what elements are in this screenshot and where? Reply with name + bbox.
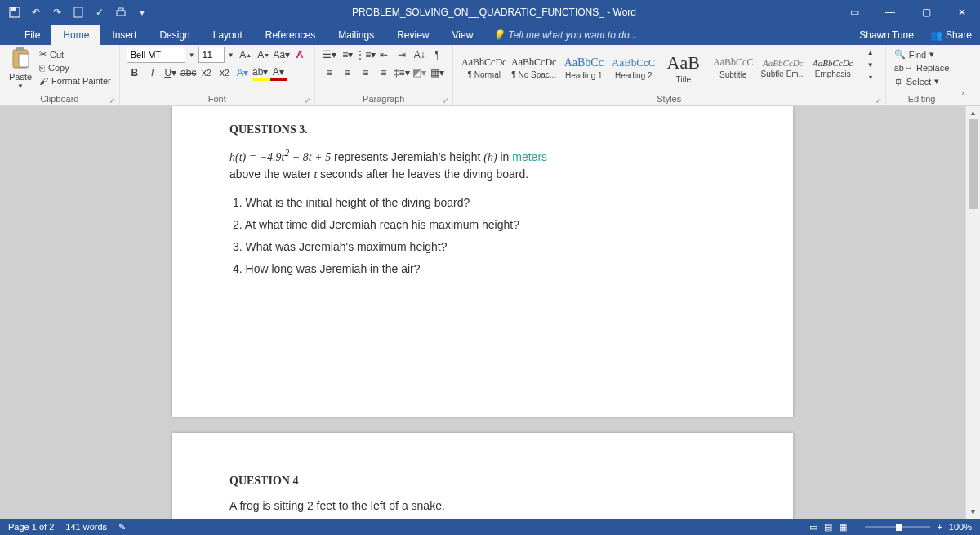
- align-center-icon[interactable]: ≡: [340, 65, 356, 81]
- align-left-icon[interactable]: ≡: [322, 65, 338, 81]
- copy-button[interactable]: ⎘Copy: [38, 62, 113, 74]
- zoom-out-icon[interactable]: –: [853, 522, 858, 532]
- replace-button[interactable]: ab↔Replace: [893, 62, 951, 74]
- align-right-icon[interactable]: ≡: [358, 65, 374, 81]
- styles-row-up-icon[interactable]: ▲: [862, 47, 879, 58]
- new-doc-icon[interactable]: [69, 2, 88, 22]
- minimize-icon[interactable]: —: [872, 0, 908, 25]
- save-icon[interactable]: [5, 2, 24, 22]
- close-icon[interactable]: ✕: [944, 0, 980, 25]
- group-editing: 🔍Find ▾ ab↔Replace ⯐Select ▾ Editing: [886, 45, 958, 105]
- font-color-icon[interactable]: A▾: [270, 65, 287, 81]
- show-marks-icon[interactable]: ¶: [430, 47, 446, 63]
- style---normal[interactable]: AaBbCcDc¶ Normal: [460, 47, 509, 89]
- page-1[interactable]: QUESTIONS 3. h(t) = −4.9t2 + 8t + 5 repr…: [172, 106, 793, 417]
- scroll-down-icon[interactable]: ▼: [966, 506, 980, 519]
- document-area[interactable]: QUESTIONS 3. h(t) = −4.9t2 + 8t + 5 repr…: [0, 106, 965, 519]
- font-group-label: Font: [208, 94, 226, 104]
- web-layout-icon[interactable]: ▦: [839, 522, 847, 533]
- paste-dropdown-icon[interactable]: ▼: [17, 82, 24, 90]
- increase-indent-icon[interactable]: ⇥: [394, 47, 410, 63]
- style-subtle-em---[interactable]: AaBbCcDcSubtle Em...: [759, 47, 808, 89]
- font-name-dropdown-icon[interactable]: ▼: [187, 47, 197, 63]
- clear-formatting-icon[interactable]: A̸: [292, 47, 308, 63]
- tab-file[interactable]: File: [13, 25, 51, 45]
- tab-insert[interactable]: Insert: [100, 25, 148, 45]
- style-sample: AaBbCc: [564, 56, 604, 69]
- qat-more-icon[interactable]: ▾: [132, 2, 152, 22]
- bold-button[interactable]: B: [127, 65, 143, 81]
- superscript-button[interactable]: x2: [216, 65, 233, 81]
- zoom-slider[interactable]: [865, 526, 930, 528]
- format-painter-button[interactable]: 🖌Format Painter: [38, 75, 113, 87]
- tab-references[interactable]: References: [254, 25, 327, 45]
- bullets-icon[interactable]: ☰▾: [322, 47, 338, 63]
- style---no-spac---[interactable]: AaBbCcDc¶ No Spac...: [510, 47, 559, 89]
- select-button[interactable]: ⯐Select ▾: [893, 75, 951, 87]
- shrink-font-icon[interactable]: A▼: [256, 47, 272, 63]
- cut-button[interactable]: ✂Cut: [38, 48, 113, 60]
- spellcheck-icon[interactable]: ✓: [90, 2, 109, 22]
- tab-design[interactable]: Design: [148, 25, 201, 45]
- collapse-ribbon-icon[interactable]: ˄: [961, 91, 966, 102]
- page-2[interactable]: QUESTION 4 A frog is sitting 2 feet to t…: [172, 433, 793, 519]
- multilevel-list-icon[interactable]: ⋮≡▾: [358, 47, 374, 63]
- justify-icon[interactable]: ≡: [376, 65, 392, 81]
- highlight-icon[interactable]: ab▾: [252, 65, 269, 81]
- font-size-dropdown-icon[interactable]: ▼: [226, 47, 236, 63]
- zoom-level[interactable]: 100%: [949, 522, 972, 532]
- borders-icon[interactable]: ▦▾: [430, 65, 446, 81]
- style-heading-2[interactable]: AaBbCcCHeading 2: [609, 47, 658, 89]
- vertical-scrollbar[interactable]: ▲ ▼: [965, 106, 980, 519]
- strikethrough-button[interactable]: abc: [180, 65, 197, 81]
- find-button[interactable]: 🔍Find ▾: [893, 48, 951, 60]
- styles-launcher-icon[interactable]: ⤢: [875, 96, 882, 105]
- tab-view[interactable]: View: [441, 25, 485, 45]
- share-button[interactable]: 👥Share: [922, 25, 980, 45]
- read-mode-icon[interactable]: ▭: [809, 522, 817, 533]
- tab-review[interactable]: Review: [385, 25, 440, 45]
- font-name-input[interactable]: [127, 47, 185, 63]
- redo-icon[interactable]: ↷: [47, 2, 67, 22]
- grow-font-icon[interactable]: A▲: [238, 47, 254, 63]
- style-title[interactable]: AaBTitle: [659, 47, 708, 89]
- style-subtitle[interactable]: AaBbCcCSubtitle: [709, 47, 758, 89]
- tell-me-search[interactable]: 💡 Tell me what you want to do...: [484, 25, 645, 45]
- underline-button[interactable]: U▾: [163, 65, 179, 81]
- decrease-indent-icon[interactable]: ⇤: [376, 47, 392, 63]
- styles-more-icon[interactable]: ▾: [862, 71, 879, 82]
- tab-mailings[interactable]: Mailings: [327, 25, 385, 45]
- tab-home[interactable]: Home: [51, 25, 100, 45]
- user-name[interactable]: Shawn Tune: [851, 25, 922, 45]
- change-case-icon[interactable]: Aa▾: [274, 47, 290, 63]
- print-layout-icon[interactable]: ▤: [824, 522, 832, 533]
- font-size-input[interactable]: [198, 47, 225, 63]
- scroll-thumb[interactable]: [969, 119, 978, 209]
- sort-icon[interactable]: A↓: [412, 47, 428, 63]
- paste-icon[interactable]: [8, 47, 33, 71]
- scroll-up-icon[interactable]: ▲: [966, 106, 980, 119]
- line-spacing-icon[interactable]: ‡≡▾: [394, 65, 410, 81]
- paragraph-launcher-icon[interactable]: ⤢: [443, 96, 449, 105]
- shading-icon[interactable]: ◩▾: [412, 65, 428, 81]
- tab-layout[interactable]: Layout: [202, 25, 254, 45]
- zoom-in-icon[interactable]: +: [937, 522, 942, 532]
- ribbon-display-icon[interactable]: ▭: [836, 0, 872, 25]
- undo-icon[interactable]: ↶: [26, 2, 46, 22]
- maximize-icon[interactable]: ▢: [908, 0, 944, 25]
- style-emphasis[interactable]: AaBbCcDcEmphasis: [808, 47, 858, 89]
- proofing-icon[interactable]: ✎: [118, 522, 126, 533]
- text-effects-icon[interactable]: A▾: [234, 65, 251, 81]
- copy-icon: ⎘: [39, 63, 45, 73]
- styles-row-down-icon[interactable]: ▼: [862, 59, 879, 70]
- subscript-button[interactable]: x2: [198, 65, 215, 81]
- italic-button[interactable]: I: [145, 65, 161, 81]
- clipboard-launcher-icon[interactable]: ⤢: [109, 96, 116, 105]
- word-count[interactable]: 141 words: [65, 522, 107, 532]
- style-heading-1[interactable]: AaBbCcHeading 1: [559, 47, 608, 89]
- numbering-icon[interactable]: ≡▾: [340, 47, 356, 63]
- paste-label[interactable]: Paste: [9, 72, 32, 82]
- quickprint-icon[interactable]: [111, 2, 131, 22]
- font-launcher-icon[interactable]: ⤢: [305, 96, 311, 105]
- page-indicator[interactable]: Page 1 of 2: [8, 522, 54, 532]
